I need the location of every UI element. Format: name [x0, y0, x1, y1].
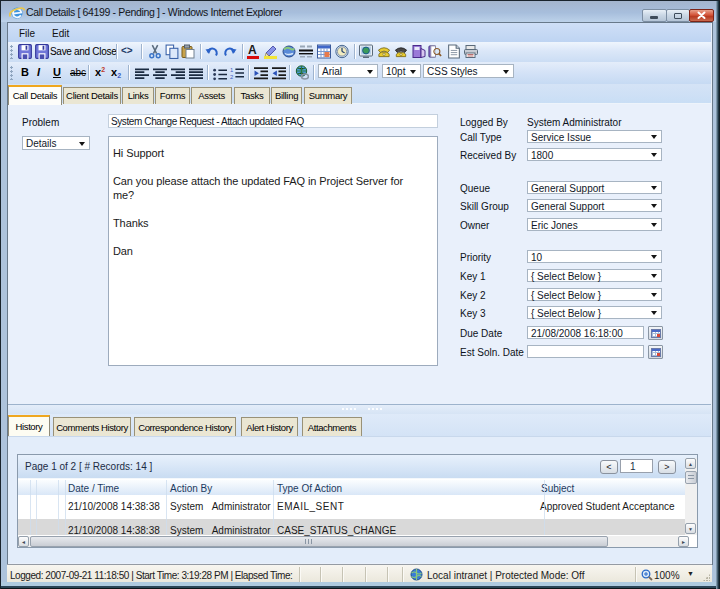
svg-text:1: 1 [230, 67, 233, 73]
svg-text:2: 2 [230, 74, 233, 80]
